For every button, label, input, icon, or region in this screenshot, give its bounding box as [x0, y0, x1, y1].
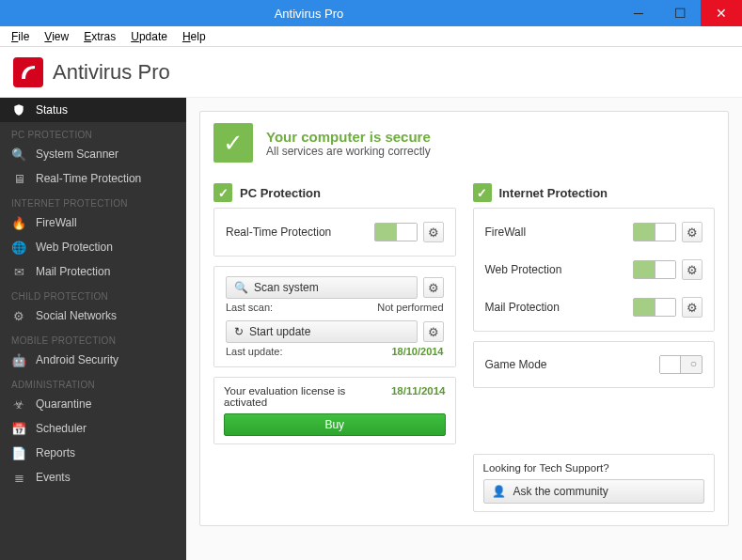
- sidebar-item-label: Reports: [36, 446, 75, 459]
- support-question: Looking for Tech Support?: [483, 462, 705, 474]
- rtp-toggle[interactable]: [374, 223, 418, 241]
- sidebar-item-mail-protection[interactable]: ✉Mail Protection: [0, 259, 186, 284]
- app-header: Antivirus Pro: [0, 47, 742, 98]
- sidebar-item-label: Scheduler: [36, 422, 87, 435]
- window-titlebar: Antivirus Pro ─ ☐ ✕: [0, 0, 742, 26]
- monitor-icon: 🖥: [11, 171, 26, 186]
- sidebar-item-firewall[interactable]: 🔥FireWall: [0, 210, 186, 235]
- mail-protection-toggle[interactable]: [633, 298, 676, 317]
- sidebar-item-label: System Scanner: [36, 148, 118, 161]
- game-mode-toggle[interactable]: [659, 355, 703, 374]
- main-content: ✓ Your computer is secure All services a…: [186, 98, 742, 560]
- app-logo-icon: [13, 57, 43, 87]
- net-item-label: Mail Protection: [485, 301, 634, 314]
- sidebar-item-label: Web Protection: [36, 241, 113, 254]
- start-update-button[interactable]: ↻ Start update: [226, 320, 418, 343]
- sidebar-item-quarantine[interactable]: ☣Quarantine: [0, 392, 186, 416]
- sidebar-item-reports[interactable]: 📄Reports: [0, 441, 186, 465]
- person-icon: 👤: [492, 485, 506, 498]
- menu-help[interactable]: Help: [175, 28, 213, 45]
- sidebar-item-label: Android Security: [36, 353, 118, 366]
- refresh-icon: ↻: [234, 325, 244, 338]
- search-icon: 🔍: [234, 281, 248, 294]
- menu-file[interactable]: File: [4, 28, 37, 45]
- sidebar-item-label: Quarantine: [36, 397, 91, 411]
- net-item-label: Web Protection: [485, 263, 634, 276]
- sidebar-item-scheduler[interactable]: 📅Scheduler: [0, 416, 186, 441]
- sidebar-section-header: ADMINISTRATION: [0, 372, 186, 392]
- sidebar-item-label: Mail Protection: [36, 265, 110, 278]
- doc-icon: 📄: [11, 445, 26, 460]
- window-close-button[interactable]: ✕: [701, 0, 742, 26]
- sidebar-item-label: Real-Time Protection: [36, 172, 141, 185]
- web-protection-settings-button[interactable]: ⚙: [682, 259, 703, 280]
- firewall-toggle[interactable]: [633, 223, 676, 241]
- scan-settings-button[interactable]: ⚙: [423, 277, 444, 298]
- calendar-icon: 📅: [11, 421, 26, 436]
- shield-icon: [11, 102, 26, 117]
- sidebar-item-events[interactable]: ≣Events: [0, 465, 186, 490]
- license-card: Your evaluation license is activated 18/…: [213, 377, 456, 444]
- sidebar-section-header: CHILD PROTECTION: [0, 284, 186, 303]
- update-settings-button[interactable]: ⚙: [423, 321, 444, 342]
- sidebar-item-label: FireWall: [36, 216, 77, 229]
- support-card: Looking for Tech Support? 👤 Ask the comm…: [473, 454, 716, 512]
- net-item-label: FireWall: [485, 226, 634, 239]
- mail-icon: ✉: [11, 264, 26, 279]
- menu-bar: File View Extras Update Help: [0, 26, 742, 47]
- last-scan-label: Last scan:: [226, 302, 273, 313]
- sidebar-item-social-networks[interactable]: ⚙Social Networks: [0, 303, 186, 328]
- license-date: 18/11/2014: [391, 385, 446, 408]
- menu-update[interactable]: Update: [123, 28, 175, 45]
- sidebar-item-system-scanner[interactable]: 🔍System Scanner: [0, 142, 186, 166]
- sidebar-section-header: INTERNET PROTECTION: [0, 191, 186, 210]
- sidebar-item-label: Events: [36, 471, 71, 484]
- android-icon: 🤖: [11, 352, 26, 367]
- flame-icon: 🔥: [11, 215, 26, 230]
- last-update-label: Last update:: [226, 346, 283, 357]
- globe-icon: 🌐: [11, 240, 26, 255]
- gear-icon: ⚙: [11, 308, 26, 323]
- window-title: Antivirus Pro: [0, 7, 618, 21]
- sidebar-item-status[interactable]: Status: [0, 98, 186, 122]
- search-icon: 🔍: [11, 147, 26, 162]
- sidebar-item-android-security[interactable]: 🤖Android Security: [0, 348, 186, 372]
- rtp-label: Real-Time Protection: [226, 226, 374, 239]
- status-banner: ✓ Your computer is secure All services a…: [200, 112, 728, 174]
- last-scan-value: Not performed: [377, 302, 443, 313]
- app-name: Antivirus Pro: [53, 60, 170, 85]
- last-update-value: 18/10/2014: [391, 346, 443, 357]
- rtp-settings-button[interactable]: ⚙: [423, 222, 444, 242]
- internet-protection-header: ✓ Internet Protection: [473, 183, 716, 202]
- window-maximize-button[interactable]: ☐: [659, 0, 701, 26]
- status-banner-title: Your computer is secure: [266, 129, 431, 145]
- mail-protection-settings-button[interactable]: ⚙: [682, 297, 703, 318]
- check-icon: ✓: [213, 183, 232, 202]
- web-protection-toggle[interactable]: [633, 260, 676, 279]
- pc-protection-header: ✓ PC Protection: [213, 183, 456, 202]
- menu-extras[interactable]: Extras: [76, 28, 123, 45]
- sidebar-section-header: PC PROTECTION: [0, 122, 186, 142]
- game-mode-label: Game Mode: [485, 358, 660, 371]
- status-banner-subtitle: All services are working correctly: [266, 145, 431, 158]
- scan-system-button[interactable]: 🔍 Scan system: [226, 276, 418, 299]
- sidebar: Status PC PROTECTION🔍System Scanner🖥Real…: [0, 98, 186, 560]
- window-minimize-button[interactable]: ─: [618, 0, 659, 26]
- list-icon: ≣: [11, 470, 26, 485]
- buy-button[interactable]: Buy: [224, 413, 446, 436]
- menu-view[interactable]: View: [37, 28, 76, 45]
- sidebar-item-label: Social Networks: [36, 309, 117, 322]
- sidebar-item-real-time-protection[interactable]: 🖥Real-Time Protection: [0, 166, 186, 191]
- sidebar-item-web-protection[interactable]: 🌐Web Protection: [0, 235, 186, 259]
- sidebar-item-label: Status: [36, 103, 68, 117]
- check-icon: ✓: [213, 123, 253, 163]
- ask-community-button[interactable]: 👤 Ask the community: [483, 479, 705, 504]
- firewall-settings-button[interactable]: ⚙: [682, 222, 703, 242]
- check-icon: ✓: [473, 183, 492, 202]
- sidebar-section-header: MOBILE PROTECTION: [0, 328, 186, 348]
- biohazard-icon: ☣: [11, 397, 26, 412]
- license-text: Your evaluation license is activated: [224, 385, 391, 408]
